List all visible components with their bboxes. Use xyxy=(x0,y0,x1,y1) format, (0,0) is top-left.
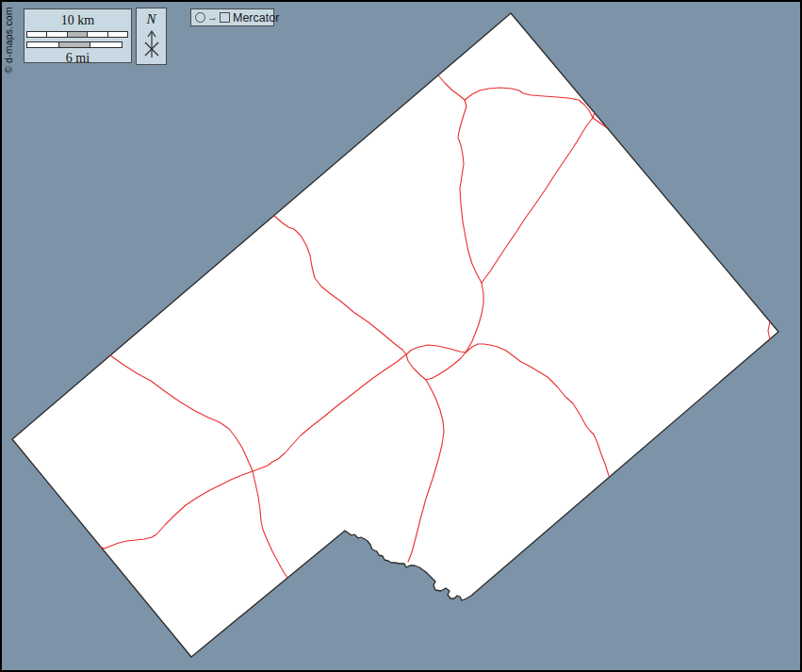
scale-segment-gray xyxy=(58,42,90,47)
scale-mi-label: 6 mi xyxy=(25,48,131,65)
map-canvas: © d-maps.com 10 km 6 mi N → Mercator xyxy=(0,0,802,672)
scale-segment-white xyxy=(27,32,46,37)
scale-segment-white xyxy=(27,42,58,47)
compass-north-label: N xyxy=(137,8,166,26)
projection-panel: → Mercator xyxy=(190,8,274,26)
county-map xyxy=(0,0,802,672)
scale-segment-white xyxy=(46,32,66,37)
scale-segment-white xyxy=(90,42,122,47)
north-arrow-icon xyxy=(141,27,162,61)
map-square-icon xyxy=(220,12,230,23)
scale-bar-panel: 10 km 6 mi xyxy=(24,8,132,63)
scale-km-label: 10 km xyxy=(25,9,131,27)
credit-text: © d-maps.com xyxy=(3,7,14,74)
scale-segment-white xyxy=(107,32,127,37)
projection-name: Mercator xyxy=(233,11,279,25)
projection-arrow-icon: → xyxy=(207,12,218,23)
globe-circle-icon xyxy=(195,12,205,23)
scale-segment-white xyxy=(87,32,106,37)
scale-segment-gray xyxy=(67,32,87,37)
scale-mi-bar xyxy=(26,41,123,48)
scale-km-bar xyxy=(26,31,128,38)
compass-panel: N xyxy=(136,8,167,65)
